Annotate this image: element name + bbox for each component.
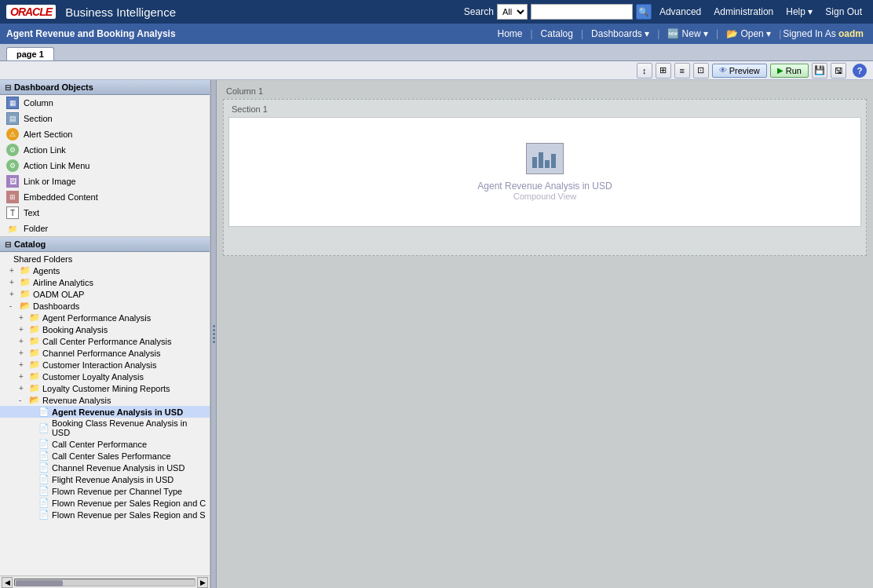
folder-icon-booking: 📁 — [29, 324, 40, 334]
tree-item-flight-revenue[interactable]: 📄 Flight Revenue Analysis in USD — [0, 473, 210, 485]
tree-item-channel-perf[interactable]: + 📁 Channel Performance Analysis — [0, 347, 210, 359]
scroll-right-arrow[interactable]: ▶ — [197, 577, 208, 588]
help-circle-button[interactable]: ? — [853, 64, 867, 78]
signout-button[interactable]: Sign Out — [820, 5, 867, 19]
dashboard-objects-header[interactable]: ⊟ Dashboard Objects — [0, 80, 210, 95]
action-link-icon: ⚙ — [6, 144, 19, 156]
tree-item-booking-class-revenue[interactable]: 📄 Booking Class Revenue Analysis in USD — [0, 418, 210, 438]
shared-folders-item[interactable]: Shared Folders — [0, 254, 210, 265]
dash-item-folder[interactable]: 📁 Folder — [0, 221, 210, 236]
tree-item-flown-region-s[interactable]: 📄 Flown Revenue per Sales Region and S — [0, 509, 210, 520]
toolbar-icon-btn-3[interactable]: ≡ — [674, 63, 690, 79]
mini-chart — [531, 148, 559, 170]
toolbar-save-as-btn[interactable]: 🖫 — [831, 63, 846, 79]
tree-item-agent-perf[interactable]: + 📁 Agent Performance Analysis — [0, 312, 210, 323]
catalog-section: ⊟ Catalog Shared Folders + 📁 Agents — [0, 237, 210, 588]
analysis-view-label: Compound View — [513, 192, 577, 201]
file-icon-flown-region-s: 📄 — [38, 509, 49, 520]
run-button[interactable]: ▶ Run — [770, 64, 809, 78]
administration-button[interactable]: Administration — [709, 5, 778, 19]
dash-item-embedded[interactable]: ⊞ Embedded Content — [0, 189, 210, 205]
help-button[interactable]: Help ▾ — [781, 5, 817, 19]
catalog-header[interactable]: ⊟ Catalog — [0, 237, 210, 252]
tree-item-airline-analytics[interactable]: + 📁 Airline Analytics — [0, 276, 210, 288]
tree-item-flown-channel[interactable]: 📄 Flown Revenue per Channel Type — [0, 485, 210, 497]
dash-item-alert-section[interactable]: ⚠ Alert Section — [0, 126, 210, 142]
folder-icon-agents: 📁 — [20, 265, 31, 276]
dash-item-link-image[interactable]: 🖼 Link or Image — [0, 173, 210, 189]
tree-item-revenue-analysis[interactable]: - 📂 Revenue Analysis — [0, 394, 210, 406]
oracle-logo: ORACLE — [6, 5, 56, 19]
folder-icon-dashboards: 📂 — [20, 301, 31, 311]
tree-item-agents[interactable]: + 📁 Agents — [0, 265, 210, 276]
embedded-content-icon: ⊞ — [6, 191, 19, 203]
canvas-area: Column 1 Section 1 Agent Revenue Analysi… — [217, 80, 873, 588]
column1-container[interactable]: Section 1 Agent Revenue Analysis in USD … — [223, 99, 867, 256]
tree-item-booking[interactable]: + 📁 Booking Analysis — [0, 323, 210, 335]
toolbar: ↕ ⊞ ≡ ⊡ 👁 Preview ▶ Run 💾 🖫 ? — [0, 61, 873, 80]
alert-icon: ⚠ — [6, 128, 19, 141]
tree-item-call-center-perf[interactable]: 📄 Call Center Performance — [0, 438, 210, 450]
dash-item-text[interactable]: T Text — [0, 205, 210, 221]
scroll-track[interactable] — [14, 579, 195, 586]
main-layout: ⊟ Dashboard Objects ▦ Column ▤ Section ⚠… — [0, 80, 873, 588]
folder-icon-cust-interact: 📁 — [29, 360, 40, 370]
search-scope-select[interactable]: All — [497, 4, 528, 20]
file-icon-agent-revenue: 📄 — [38, 407, 49, 417]
tree-item-agent-revenue-usd[interactable]: 📄 Agent Revenue Analysis in USD — [0, 406, 210, 418]
folder-icon-revenue: 📂 — [29, 395, 40, 405]
advanced-button[interactable]: Advanced — [655, 5, 706, 19]
dashboard-objects-section: ⊟ Dashboard Objects ▦ Column ▤ Section ⚠… — [0, 80, 210, 237]
tree-item-customer-loyalty[interactable]: + 📁 Customer Loyalty Analysis — [0, 371, 210, 382]
dash-item-column[interactable]: ▦ Column — [0, 95, 210, 111]
toolbar-save-btn[interactable]: 💾 — [812, 63, 827, 79]
catalog-button[interactable]: Catalog — [535, 27, 579, 41]
tab-page1[interactable]: page 1 — [6, 47, 54, 60]
page-title: Agent Revenue and Booking Analysis — [6, 28, 489, 39]
folder-icon-mining: 📁 — [29, 383, 40, 393]
file-icon-call-center-sales: 📄 — [38, 451, 49, 461]
folder-icon: 📁 — [6, 222, 19, 235]
folder-icon-agent-perf: 📁 — [29, 312, 40, 323]
dash-item-action-link[interactable]: ⚙ Action Link — [0, 142, 210, 158]
scroll-thumb[interactable] — [16, 580, 63, 586]
shared-folders-label: Shared Folders — [13, 254, 72, 264]
dashboard-objects-toggle: ⊟ — [5, 83, 11, 92]
dash-item-section[interactable]: ▤ Section — [0, 111, 210, 126]
file-icon-call-center-perf: 📄 — [38, 439, 49, 449]
folder-icon-airline: 📁 — [20, 277, 31, 287]
text-icon: T — [6, 206, 19, 219]
open-button[interactable]: 📂 Open ▾ — [720, 27, 777, 41]
left-panel: ⊟ Dashboard Objects ▦ Column ▤ Section ⚠… — [0, 80, 210, 588]
tree-item-call-center[interactable]: + 📁 Call Center Performance Analysis — [0, 335, 210, 347]
tree-item-loyalty-mining[interactable]: + 📁 Loyalty Customer Mining Reports — [0, 382, 210, 394]
tree-item-flown-region-c[interactable]: 📄 Flown Revenue per Sales Region and C — [0, 497, 210, 509]
tree-item-dashboards[interactable]: - 📂 Dashboards — [0, 300, 210, 312]
toolbar-icon-btn-2[interactable]: ⊞ — [656, 63, 671, 79]
dashboards-button[interactable]: Dashboards ▾ — [585, 27, 656, 41]
section-icon: ▤ — [6, 112, 19, 125]
tree-item-call-center-sales[interactable]: 📄 Call Center Sales Performance — [0, 450, 210, 462]
tree-item-oadm-olap[interactable]: + 📁 OADM OLAP — [0, 288, 210, 300]
panel-resize-handle[interactable] — [210, 80, 217, 588]
file-icon-flown-channel: 📄 — [38, 486, 49, 496]
toolbar-icon-btn-1[interactable]: ↕ — [637, 63, 652, 79]
home-button[interactable]: Home — [491, 27, 528, 41]
dash-item-action-link-menu[interactable]: ⚙ Action Link Menu — [0, 158, 210, 173]
search-input[interactable] — [531, 4, 633, 20]
preview-button[interactable]: 👁 Preview — [712, 64, 767, 78]
scroll-left-arrow[interactable]: ◀ — [2, 577, 13, 588]
search-button[interactable]: 🔍 — [636, 4, 652, 20]
file-icon-booking-class: 📄 — [38, 423, 49, 433]
search-label: Search — [464, 6, 494, 17]
tab-bar: page 1 — [0, 44, 873, 61]
new-button[interactable]: 🆕 New ▾ — [661, 27, 714, 41]
tree-item-channel-revenue[interactable]: 📄 Channel Revenue Analysis in USD — [0, 462, 210, 473]
section1-box: Agent Revenue Analysis in USD Compound V… — [228, 117, 861, 227]
horizontal-scrollbar[interactable]: ◀ ▶ — [0, 575, 210, 588]
dashboard-objects-list: ▦ Column ▤ Section ⚠ Alert Section ⚙ Act… — [0, 95, 210, 236]
analysis-name-label: Agent Revenue Analysis in USD — [477, 181, 612, 192]
action-link-menu-icon: ⚙ — [6, 159, 19, 172]
tree-item-customer-interaction[interactable]: + 📁 Customer Interaction Analysis — [0, 359, 210, 371]
toolbar-icon-btn-4[interactable]: ⊡ — [693, 63, 709, 79]
